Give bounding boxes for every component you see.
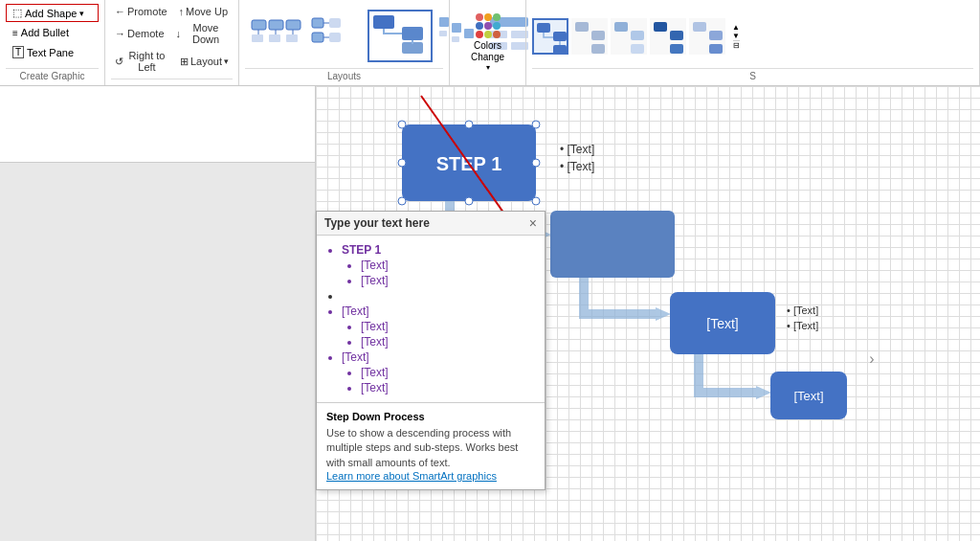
svg-rect-51 xyxy=(550,211,675,278)
svg-text:[Text]: [Text] xyxy=(706,316,738,331)
svg-rect-37 xyxy=(654,22,667,32)
add-bullet-label: Add Bullet xyxy=(21,27,69,38)
svg-rect-42 xyxy=(709,44,723,54)
text-item-text5[interactable]: [Text] xyxy=(361,335,535,349)
svg-text:• [Text]: • [Text] xyxy=(787,320,818,331)
text-panel-description: Step Down Process Use to show a descendi… xyxy=(317,402,545,489)
text-item-empty[interactable] xyxy=(342,289,535,303)
move-up-button[interactable]: ↑ Move Up xyxy=(175,4,233,19)
canvas-white-top xyxy=(0,86,315,163)
svg-point-66 xyxy=(398,197,406,205)
demote-button[interactable]: → Demote xyxy=(111,20,168,47)
styles-group: ▲ ▼ ⊟ S xyxy=(526,0,980,85)
text-item-text4[interactable]: [Text] xyxy=(361,320,535,333)
move-down-label: Move Down xyxy=(183,22,229,45)
color-dot-7 xyxy=(476,31,483,38)
svg-rect-34 xyxy=(614,22,628,32)
style-swatch-5[interactable] xyxy=(689,18,725,55)
svg-rect-18 xyxy=(439,17,449,27)
promote-rows: ← Promote ↑ Move Up → Demote ↓ Move Down xyxy=(111,4,233,77)
demote-label: Demote xyxy=(127,28,165,39)
styles-scroll-down[interactable]: ▼ xyxy=(732,32,740,40)
ribbon: ⬚ Add Shape ▾ ≡ Add Bullet T Text Pane C… xyxy=(0,0,980,86)
promote-row-1: ← Promote ↑ Move Up xyxy=(111,4,233,19)
add-shape-dropdown-icon[interactable]: ▾ xyxy=(79,9,84,18)
styles-scroll: ▲ ▼ ⊟ xyxy=(728,21,744,52)
move-down-icon: ↓ xyxy=(176,28,182,39)
svg-rect-35 xyxy=(631,31,644,40)
layout-dropdown-icon: ▾ xyxy=(224,56,229,66)
svg-rect-30 xyxy=(553,45,567,55)
svg-rect-32 xyxy=(591,31,605,40)
text-item-text7[interactable]: [Text] xyxy=(361,366,535,379)
add-bullet-button[interactable]: ≡ Add Bullet xyxy=(6,24,99,41)
color-dot-3 xyxy=(493,13,501,21)
svg-rect-9 xyxy=(312,18,323,28)
text-pane-icon: T xyxy=(12,46,24,58)
svg-rect-0 xyxy=(252,20,266,30)
text-item-text1[interactable]: [Text] xyxy=(361,259,535,272)
create-graphic-buttons: ⬚ Add Shape ▾ ≡ Add Bullet T Text Pane xyxy=(6,4,99,68)
svg-rect-15 xyxy=(373,15,394,29)
layout-item-2[interactable] xyxy=(307,12,366,59)
style-swatch-4[interactable] xyxy=(650,18,686,55)
colors-group: Colors Change ▾ xyxy=(450,0,526,85)
close-icon: × xyxy=(529,215,537,231)
promote-icon: ← xyxy=(115,6,125,17)
text-item-step1[interactable]: STEP 1 xyxy=(342,243,535,257)
svg-rect-31 xyxy=(575,22,589,32)
promote-group: ← Promote ↑ Move Up → Demote ↓ Move Down xyxy=(105,0,239,85)
layouts-label: Layouts xyxy=(245,68,443,81)
svg-text:• [Text]: • [Text] xyxy=(560,143,594,156)
color-dot-9 xyxy=(493,31,501,38)
text-panel-header: Type your text here × xyxy=(317,212,545,236)
canvas-area: Type your text here × STEP 1 [Text] [Tex… xyxy=(0,86,980,541)
styles-swatches: ▲ ▼ ⊟ xyxy=(532,4,973,68)
svg-marker-57 xyxy=(756,386,771,399)
create-graphic-label: Create Graphic xyxy=(6,68,99,81)
layout-item-3[interactable] xyxy=(368,10,433,62)
text-item-text8[interactable]: [Text] xyxy=(361,381,535,394)
text-item-text3[interactable]: [Text] xyxy=(342,304,535,318)
text-panel-close-button[interactable]: × xyxy=(529,215,537,231)
svg-rect-40 xyxy=(693,22,706,32)
learn-more-link[interactable]: Learn more about SmartArt graphics xyxy=(326,470,497,482)
svg-rect-11 xyxy=(329,18,341,28)
svg-point-60 xyxy=(398,121,406,128)
color-dot-1 xyxy=(476,13,483,21)
style-swatch-2[interactable] xyxy=(571,18,608,55)
change-colors-button[interactable]: Colors Change ▾ xyxy=(454,10,522,76)
promote-button[interactable]: ← Promote xyxy=(111,4,171,19)
rtl-label: Right to Left xyxy=(125,50,168,73)
svg-rect-10 xyxy=(312,33,323,42)
layout-button[interactable]: ⊞ Layout ▾ xyxy=(176,48,233,75)
text-panel: Type your text here × STEP 1 [Text] [Tex… xyxy=(316,211,546,490)
layout-icon: ⊞ xyxy=(180,56,189,68)
styles-scroll-up[interactable]: ▲ xyxy=(732,23,740,32)
layout-label: Layout xyxy=(190,56,222,67)
style-swatch-1[interactable] xyxy=(532,18,568,55)
move-up-icon: ↑ xyxy=(179,6,185,17)
svg-point-61 xyxy=(465,121,473,128)
svg-text:[Text]: [Text] xyxy=(793,389,823,403)
svg-rect-41 xyxy=(709,31,723,40)
color-dot-8 xyxy=(484,31,492,38)
svg-rect-36 xyxy=(631,44,644,54)
left-panel xyxy=(0,86,316,541)
text-item-text2[interactable]: [Text] xyxy=(361,274,535,287)
right-to-left-button[interactable]: ↺ Right to Left xyxy=(111,48,172,75)
style-swatch-3[interactable] xyxy=(611,18,647,55)
scroll-indicator[interactable]: › xyxy=(866,263,878,455)
text-panel-content: STEP 1 [Text] [Text] [Text] [Text] [Text… xyxy=(317,236,545,402)
text-pane-button[interactable]: T Text Pane xyxy=(6,43,99,61)
text-item-text6[interactable]: [Text] xyxy=(342,350,535,364)
svg-rect-5 xyxy=(286,34,298,42)
svg-rect-4 xyxy=(269,34,280,42)
add-shape-button[interactable]: ⬚ Add Shape ▾ xyxy=(6,4,99,22)
move-down-button[interactable]: ↓ Move Down xyxy=(172,20,233,47)
svg-text:• [Text]: • [Text] xyxy=(560,160,594,173)
layout-item-1[interactable] xyxy=(247,12,305,59)
svg-rect-1 xyxy=(269,20,283,30)
styles-expand[interactable]: ⊟ xyxy=(733,40,740,50)
desc-text: Use to show a descending process with mu… xyxy=(326,426,535,470)
